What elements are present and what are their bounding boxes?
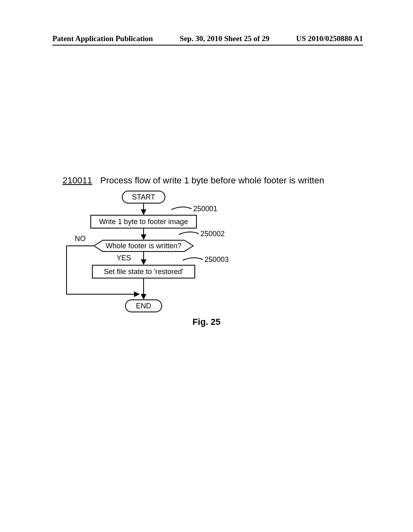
figure-title-text: Process flow of write 1 byte before whol… (100, 175, 324, 185)
flowchart: START Write 1 byte to footer image 25000… (63, 189, 288, 316)
ref-250001: 250001 (193, 205, 217, 213)
flow-start-label: START (132, 193, 155, 201)
header-right: US 2010/0250880 A1 (296, 34, 363, 43)
figure-title-row: 210011 Process flow of write 1 byte befo… (63, 175, 324, 186)
header-rule (52, 45, 363, 46)
flow-decision-label: Whole footer is written? (106, 242, 181, 250)
flow-end-label: END (136, 302, 151, 310)
ref-250003: 250003 (204, 256, 229, 264)
flow-no-label: NO (75, 235, 86, 243)
page-header: Patent Application Publication Sep. 30, … (52, 34, 363, 43)
figure-refnum: 210011 (63, 175, 92, 185)
header-center: Sep. 30, 2010 Sheet 25 of 29 (179, 34, 269, 43)
callout-line-250001 (171, 207, 192, 210)
callout-line-250003 (183, 258, 203, 260)
flow-step1-label: Write 1 byte to footer image (99, 218, 188, 226)
flow-step3-label: Set file state to 'restored' (104, 268, 184, 276)
figure-caption: Fig. 25 (0, 317, 413, 327)
ref-250002: 250002 (200, 230, 225, 238)
callout-line-250002 (179, 232, 199, 235)
flow-yes-label: YES (117, 254, 131, 262)
header-left: Patent Application Publication (52, 34, 153, 43)
